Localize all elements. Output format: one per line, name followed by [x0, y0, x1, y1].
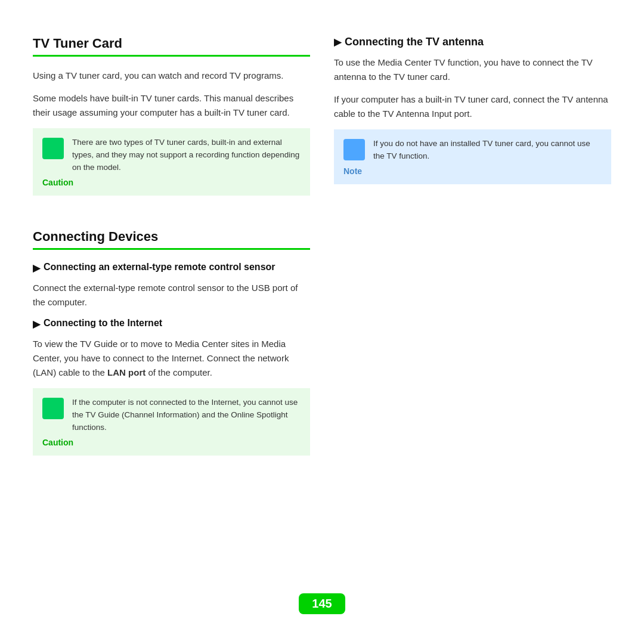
connecting-devices-section: Connecting Devices ▶ Connecting an exter… — [33, 229, 310, 472]
note-label: Note — [343, 166, 362, 176]
tv-tuner-title: TV Tuner Card — [33, 36, 310, 51]
tv-antenna-para2: If your computer has a built-in TV tuner… — [334, 92, 611, 121]
caution-icon-1 — [42, 138, 64, 159]
tv-tuner-section: TV Tuner Card Using a TV tuner card, you… — [33, 36, 310, 212]
connecting-devices-underline — [33, 248, 310, 250]
internet-arrow: ▶ — [33, 318, 40, 330]
internet-para-bold: LAN port — [107, 367, 145, 377]
caution-label-2: Caution — [42, 438, 73, 447]
tv-antenna-subsection-title: ▶ Connecting the TV antenna — [334, 36, 611, 48]
tv-tuner-caution-text: There are two types of TV tuner cards, b… — [72, 137, 301, 174]
tv-tuner-caution-box: There are two types of TV tuner cards, b… — [33, 128, 310, 196]
tv-antenna-arrow: ▶ — [334, 36, 341, 48]
internet-caution-text: If the computer is not connected to the … — [72, 397, 301, 434]
tv-tuner-para1: Using a TV tuner card, you can watch and… — [33, 69, 310, 83]
tv-tuner-para2: Some models have built-in TV tuner cards… — [33, 91, 310, 120]
ext-remote-title-text: Connecting an external-type remote contr… — [44, 262, 275, 273]
tv-antenna-title-text: Connecting the TV antenna — [345, 36, 484, 48]
tv-antenna-section: ▶ Connecting the TV antenna To use the M… — [334, 36, 611, 196]
connecting-devices-title: Connecting Devices — [33, 229, 310, 244]
tv-tuner-underline — [33, 55, 310, 57]
page-number-container: 145 — [33, 593, 611, 620]
internet-para-text2: of the computer. — [145, 367, 212, 377]
note-icon — [343, 139, 365, 160]
caution-label-1: Caution — [42, 178, 73, 187]
tv-antenna-note-box: If you do not have an installed TV tuner… — [334, 129, 611, 184]
internet-para: To view the TV Guide or to move to Media… — [33, 337, 310, 380]
internet-title-text: Connecting to the Internet — [44, 318, 162, 329]
page-number: 145 — [299, 593, 345, 614]
internet-caution-box: If the computer is not connected to the … — [33, 388, 310, 456]
ext-remote-subsection-title: ▶ Connecting an external-type remote con… — [33, 262, 310, 274]
internet-subsection-title: ▶ Connecting to the Internet — [33, 318, 310, 330]
tv-antenna-note-text: If you do not have an installed TV tuner… — [373, 138, 602, 163]
tv-antenna-para1: To use the Media Center TV function, you… — [334, 55, 611, 84]
ext-remote-para: Connect the external-type remote control… — [33, 281, 310, 309]
caution-icon-2 — [42, 398, 64, 419]
ext-remote-arrow: ▶ — [33, 262, 40, 274]
